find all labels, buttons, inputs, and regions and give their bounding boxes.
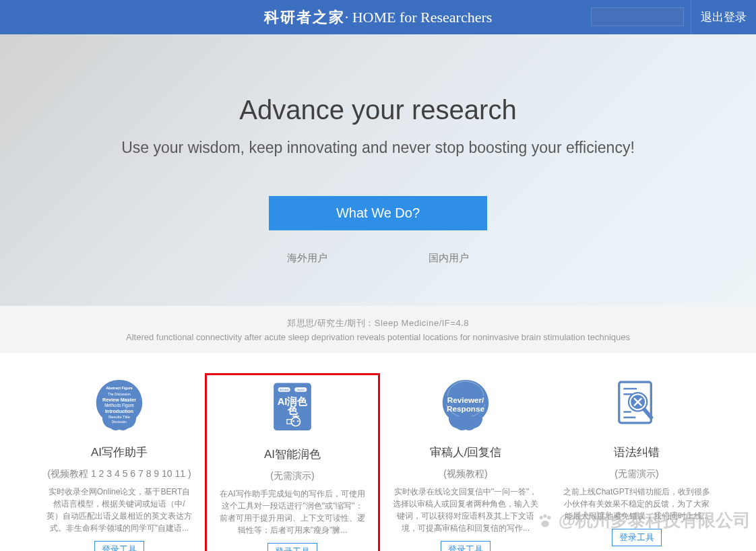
card-title: 审稿人/回复信 xyxy=(430,445,502,460)
card-title: AI写作助手 xyxy=(91,445,148,460)
svg-text:Discussion: Discussion xyxy=(112,420,127,423)
overseas-user-link[interactable]: 海外用户 xyxy=(287,252,327,265)
hero-subtitle: Use your wisdom, keep innovating and nev… xyxy=(121,139,635,157)
magnifier-x-icon xyxy=(606,373,667,435)
search-input[interactable] xyxy=(591,7,684,26)
card-subtitle: (视频教程) xyxy=(443,468,487,480)
svg-text:The Discussion: The Discussion xyxy=(108,392,131,395)
what-we-do-button[interactable]: What We Do? xyxy=(269,196,487,230)
card-title: 语法纠错 xyxy=(614,445,660,460)
svg-text:Results Title: Results Title xyxy=(108,414,130,418)
brain-reviewer-icon: Reviewer/ Response xyxy=(435,373,496,435)
card-desc: 之前上线ChatGPT纠错功能后，收到很多小伙伴有关效果不稳定的反馈，为了大家能… xyxy=(563,486,710,522)
login-tool-button[interactable]: 登录工具 xyxy=(441,541,491,551)
card-reviewer-response: Reviewer/ Response 审稿人/回复信 (视频教程) 实时收录在线… xyxy=(380,373,551,551)
brand-sep: · xyxy=(345,9,352,26)
brand-en: HOME for Researchers xyxy=(352,9,493,26)
svg-text:色: 色 xyxy=(287,405,298,416)
logout-button[interactable]: 退出登录 xyxy=(691,0,756,34)
card-subtitle: (无需演示) xyxy=(270,470,314,482)
hero-section: Advance your research Use your wisdom, k… xyxy=(0,34,756,306)
card-desc: 实时收录在线论文回复信中"一问一答"，选择以审稿人或回复者两种角色，输入关键词，… xyxy=(392,486,539,534)
brain-words-icon: Abstract Figure The Discussion Review Ma… xyxy=(89,373,150,435)
svg-text:Reviewer/: Reviewer/ xyxy=(447,395,484,404)
svg-point-16 xyxy=(297,420,298,422)
svg-text:Methods Figure: Methods Figure xyxy=(104,402,134,408)
card-subtitle: (无需演示) xyxy=(615,468,658,480)
svg-text:Response: Response xyxy=(447,403,484,412)
user-links: 海外用户 国内用户 xyxy=(287,252,469,265)
svg-text:insect: insect xyxy=(297,388,305,391)
hero-title: Advance your research xyxy=(239,95,516,125)
doc-ai-icon: deleted insect AI润色 色 xyxy=(262,375,323,437)
svg-point-15 xyxy=(292,420,294,422)
card-desc: 在AI写作助手完成短句的写作后，可使用这个工具对一段话进行"润色"或"缩写"：前… xyxy=(219,488,366,536)
card-title: AI智能润色 xyxy=(264,447,321,462)
login-tool-button[interactable]: 登录工具 xyxy=(267,543,317,551)
brand-cn: 科研者之家 xyxy=(264,9,345,26)
card-grammar-check: 语法纠错 (无需演示) 之前上线ChatGPT纠错功能后，收到很多小伙伴有关效果… xyxy=(551,373,722,551)
card-subtitle: (视频教程 1 2 3 4 5 6 7 8 9 10 11 ) xyxy=(47,468,191,480)
cards-section: Abstract Figure The Discussion Review Ma… xyxy=(0,353,756,551)
card-ai-polish: deleted insect AI润色 色 AI智能润色 (无需演示) 在AI写… xyxy=(205,373,380,551)
login-tool-button[interactable]: 登录工具 xyxy=(612,529,662,546)
domestic-user-link[interactable]: 国内用户 xyxy=(429,252,469,265)
svg-text:Abstract Figure: Abstract Figure xyxy=(106,386,133,390)
card-desc: 实时收录全网Online论文，基于BERT自然语言模型，根据关键词或短语（中/英… xyxy=(46,486,193,534)
info-line-1: 郑思思/研究生/期刊：Sleep Medicine/IF=4.8 xyxy=(13,317,743,331)
info-bar: 郑思思/研究生/期刊：Sleep Medicine/IF=4.8 Altered… xyxy=(0,306,756,353)
header: 科研者之家· HOME for Researchers 退出登录 xyxy=(0,0,756,34)
svg-text:deleted: deleted xyxy=(280,388,289,391)
svg-text:Review Master: Review Master xyxy=(102,396,136,402)
svg-text:Introduction: Introduction xyxy=(105,408,133,414)
info-line-2: Altered functional connectivity after ac… xyxy=(13,331,743,345)
header-right: 退出登录 xyxy=(584,0,756,34)
login-tool-button[interactable]: 登录工具 xyxy=(94,541,144,551)
card-ai-writing: Abstract Figure The Discussion Review Ma… xyxy=(34,373,205,551)
brand-title: 科研者之家· HOME for Researchers xyxy=(264,7,493,28)
